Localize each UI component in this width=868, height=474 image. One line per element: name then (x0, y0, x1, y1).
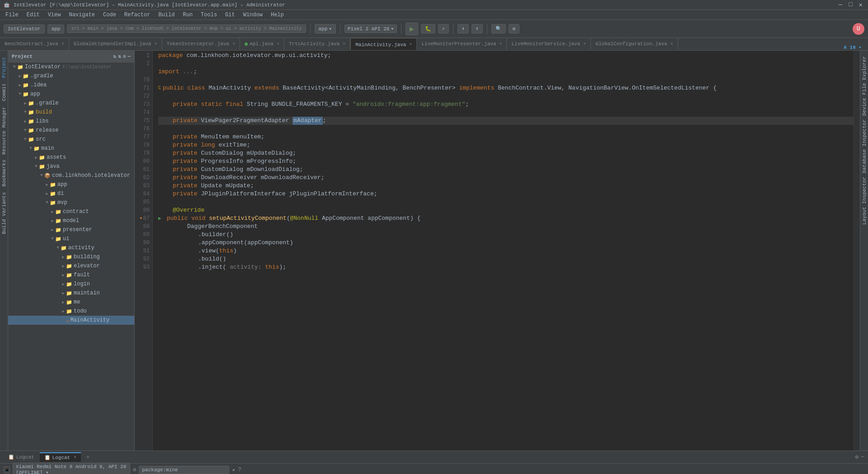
menu-git[interactable]: Git (222, 11, 239, 19)
menu-code[interactable]: Code (99, 11, 120, 19)
panel-label-commit[interactable]: Commit (0, 81, 8, 104)
tree-item-java[interactable]: ▼ 📁 java (8, 162, 134, 171)
menu-file[interactable]: File (2, 11, 22, 19)
device-selector[interactable]: Pixel 2 API 28 ▾ (344, 24, 397, 33)
tree-item-todo[interactable]: ▶ 📁 todo (8, 307, 134, 316)
project-sync-icon[interactable]: ↻ (113, 53, 117, 59)
tree-item-mvp[interactable]: ▼ 📁 mvp (8, 198, 134, 207)
tree-item-libs[interactable]: ▶ 📁 libs (8, 117, 134, 126)
tab-logcat-1[interactable]: 📋 Logcat (4, 453, 39, 461)
user-avatar[interactable]: U (853, 23, 864, 35)
tree-item-build[interactable]: ▼ 📁 build (8, 108, 134, 117)
tree-item-pkg-app[interactable]: ▶ 📁 app (8, 180, 134, 189)
search-everywhere-button[interactable]: 🔍 (491, 24, 506, 33)
tab-add[interactable]: + (82, 453, 94, 461)
panel-label-database-inspector[interactable]: Database Inspector (861, 118, 868, 175)
file-tab-api[interactable]: Api.java × (240, 38, 284, 50)
menu-edit[interactable]: Edit (23, 11, 43, 19)
menu-view[interactable]: View (44, 11, 65, 19)
tree-item-maintain[interactable]: ▶ 📁 maintain (8, 289, 134, 298)
menu-tools[interactable]: Tools (197, 11, 221, 19)
git-update-button[interactable]: ⬇ (458, 24, 469, 33)
project-sort-icon[interactable]: ⇅ (118, 53, 121, 59)
panel-label-buildvariants[interactable]: Build Variants (0, 190, 8, 237)
file-tab-trtcactivity[interactable]: TrtcActivity.java × (284, 38, 350, 50)
tree-item-app[interactable]: ▼ 📁 app (8, 90, 134, 99)
menu-run[interactable]: Run (179, 11, 196, 19)
tree-item-main[interactable]: ▼ 📁 main (8, 144, 134, 153)
profile-button[interactable]: ⚡ (438, 24, 449, 33)
tree-item-contract[interactable]: ▶ 📁 contract (8, 207, 134, 216)
file-tab-globalconfiguration[interactable]: GlobalConfiguration.java × (591, 38, 678, 50)
git-push-button[interactable]: ⬆ (472, 24, 483, 33)
run-button[interactable]: ▶ (406, 23, 418, 35)
close-tab-logcat[interactable]: × (74, 455, 76, 460)
tree-item-di[interactable]: ▶ 📁 di (8, 189, 134, 198)
file-tab-livemonitorservice[interactable]: LiveMonitorService.java × (507, 38, 591, 50)
tree-item-presenter[interactable]: ▶ 📁 presenter (8, 225, 134, 234)
panel-label-device-file-explorer[interactable]: Device File Explorer (861, 54, 868, 118)
menu-build[interactable]: Build (155, 11, 178, 19)
close-tab-globalhttphandler[interactable]: × (154, 42, 157, 47)
tree-item-src[interactable]: ▼ 📁 src (8, 135, 134, 144)
close-tab-globalconfiguration[interactable]: × (670, 42, 673, 47)
tree-item-me[interactable]: ▶ 📁 me (8, 298, 134, 307)
close-tab-mainactivity[interactable]: × (409, 42, 412, 47)
tree-item-activity[interactable]: ▼ 📁 activity (8, 243, 134, 252)
close-tab-benchcontract[interactable]: × (61, 42, 64, 47)
tree-item-fault[interactable]: ▶ 📁 fault (8, 270, 134, 280)
file-tab-benchcontract[interactable]: BenchContract.java × (0, 38, 69, 50)
gear-settings-icon[interactable]: ⚙ (855, 454, 859, 460)
tree-item-mainactivity[interactable]: ☕ MainActivity (8, 316, 134, 325)
project-collapse-icon[interactable]: — (127, 53, 131, 59)
tree-item-package[interactable]: ▼ 📦 com.linkhooh.iotelevator (8, 171, 134, 180)
panel-label-bookmarks[interactable]: Bookmarks (0, 157, 8, 189)
close-tab-api[interactable]: × (277, 42, 279, 47)
logcat-filter-input[interactable]: package:mine (139, 466, 229, 474)
menu-navigate[interactable]: Navigate (65, 11, 99, 19)
menu-window[interactable]: Window (240, 11, 266, 19)
tree-item-login[interactable]: ▶ 📁 login (8, 280, 134, 289)
file-tab-mainactivity[interactable]: MainActivity.java × (350, 38, 417, 50)
panel-label-layout-inspector[interactable]: Layout Inspector (861, 175, 868, 227)
star-favorite-icon[interactable]: ★ (232, 466, 235, 473)
tree-item-app-dotgradle[interactable]: ▶ 📁 .gradle (8, 99, 134, 108)
close-tab-tokeninterceptor[interactable]: × (232, 42, 235, 47)
tree-item-dotgradle[interactable]: ▶ 📁 .gradle (8, 71, 134, 81)
close-button[interactable]: ✕ (857, 1, 864, 9)
settings-button[interactable]: ⚙ (509, 24, 520, 33)
close-tab-livemonitorservice[interactable]: × (583, 42, 586, 47)
tree-item-ui[interactable]: ▼ 📁 ui (8, 234, 134, 243)
menu-help[interactable]: Help (267, 11, 288, 19)
tree-item-model[interactable]: ▶ 📁 model (8, 216, 134, 225)
help-icon[interactable]: ? (238, 467, 241, 473)
maximize-button[interactable]: □ (847, 1, 854, 9)
menu-refactor[interactable]: Refactor (121, 11, 154, 19)
panel-label-resource[interactable]: Resource Manager (0, 104, 8, 157)
file-tab-globalhttphandler[interactable]: GlobalHttpHandlerImpl.java × (69, 38, 162, 50)
file-tab-tokeninterceptor[interactable]: TokenInterceptor.java × (162, 38, 241, 50)
close-tab-trtcactivity[interactable]: × (343, 42, 345, 47)
tree-item-assets[interactable]: ▶ 📁 assets (8, 153, 134, 162)
editor-scrollbar[interactable] (854, 51, 860, 450)
module-selector[interactable]: app (47, 24, 65, 33)
project-gear-icon[interactable]: ⚙ (123, 53, 126, 59)
close-tab-livemonitorpresenter[interactable]: × (499, 42, 502, 47)
titlebar-controls[interactable]: — □ ✕ (837, 1, 864, 9)
project-selector[interactable]: IotElevator (4, 24, 45, 33)
file-tab-livemonitorpresenter[interactable]: LiveMonitorPresenter.java × (417, 38, 507, 50)
code-content[interactable]: 1 2 70 71 72 73 74 75 76 77 78 79 80 81 … (135, 51, 860, 450)
code-editor[interactable]: package com.linkhooh.iotelevator.mvp.ui.… (153, 51, 854, 450)
tree-item-dotidea[interactable]: ▶ 📁 .idea (8, 81, 134, 90)
tab-logcat-2[interactable]: 📋 Logcat × (40, 452, 81, 462)
tree-item-elevator[interactable]: ▶ 📁 elevator (8, 261, 134, 270)
tree-item-iotelevator[interactable]: ▼ 📁 IotElevator F:\app\IotElevator (8, 62, 134, 71)
tree-item-building[interactable]: ▶ 📁 building (8, 252, 134, 261)
debug-button[interactable]: 🐛 (421, 24, 435, 33)
minimize-button[interactable]: — (837, 1, 844, 9)
device-dropdown[interactable]: Xiaomi Redmi Note 8 Android 9, API 28 [O… (13, 463, 130, 474)
minimize-panel-icon[interactable]: — (861, 454, 864, 460)
run-config-selector[interactable]: app ▾ (315, 24, 336, 33)
tree-item-release[interactable]: ▼ 📁 release (8, 126, 134, 135)
panel-label-project[interactable]: Project (0, 54, 8, 81)
